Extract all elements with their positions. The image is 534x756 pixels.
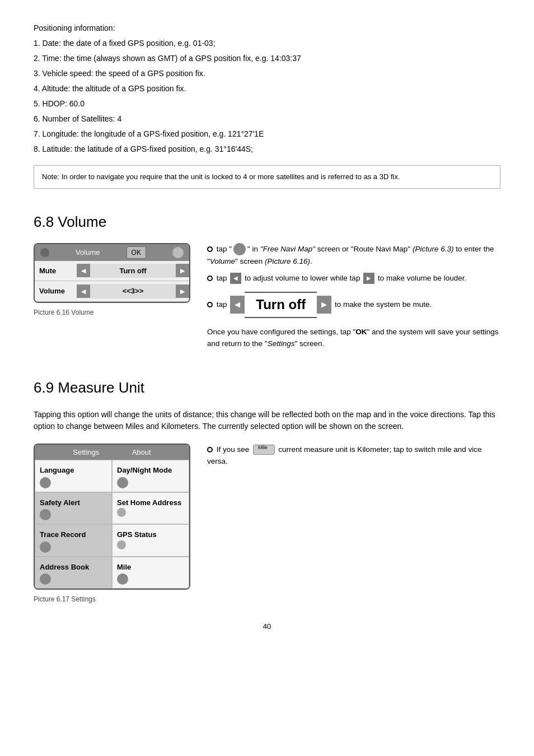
mute-arrow-left[interactable]: ◀ bbox=[77, 264, 90, 277]
pos-item-7: 7. Longitude: the longitude of a GPS-fix… bbox=[34, 128, 500, 140]
positioning-title: Positioning information: bbox=[34, 22, 500, 34]
circle-bullet-2 bbox=[207, 276, 213, 281]
volume-instructions: tap "" in "Free Navi Map" screen or "Rou… bbox=[207, 243, 500, 354]
mute-arrow-right[interactable]: ▶ bbox=[176, 264, 189, 277]
note-box: Note: In order to navigate you require t… bbox=[34, 165, 500, 189]
settings-header-title: Settings bbox=[73, 447, 99, 458]
circle-bullet-3 bbox=[207, 302, 213, 307]
page-number: 40 bbox=[34, 621, 500, 632]
safety-label: Safety Alert bbox=[40, 497, 107, 508]
volume-device-screen: Volume OK Mute ◀ Turn off ▶ Volume ◀ <<3… bbox=[34, 243, 190, 303]
vol-up-arrow: ▶ bbox=[363, 273, 374, 284]
settings-cell-home[interactable]: Set Home Address bbox=[112, 492, 189, 525]
circle-bullet-1 bbox=[207, 246, 213, 252]
measure-content: Settings About Language Day/Night Mode S… bbox=[34, 444, 500, 605]
daynight-icon bbox=[117, 477, 128, 488]
trace-icon bbox=[40, 542, 51, 553]
settings-grid: Language Day/Night Mode Safety Alert Set… bbox=[35, 460, 189, 589]
pos-item-3: 3. Vehicle speed: the speed of a GPS pos… bbox=[34, 68, 500, 80]
settings-header-about[interactable]: About bbox=[132, 447, 151, 458]
settings-cell-daynight[interactable]: Day/Night Mode bbox=[112, 460, 189, 492]
pos-item-2: 2. Time: the time (always shown as GMT) … bbox=[34, 53, 500, 64]
settings-cell-language[interactable]: Language bbox=[35, 460, 112, 492]
pos-item-4: 4. Altitude: the altitude of a GPS posit… bbox=[34, 83, 500, 95]
volume-instr-1: tap "" in "Free Navi Map" screen or "Rou… bbox=[207, 243, 500, 268]
gps-label: GPS Status bbox=[117, 529, 184, 540]
safety-icon bbox=[40, 509, 51, 520]
daynight-label: Day/Night Mode bbox=[117, 465, 184, 476]
home-icon bbox=[117, 508, 126, 517]
volume-heading: 6.8 Volume bbox=[34, 211, 500, 233]
settings-cell-gps[interactable]: GPS Status bbox=[112, 524, 189, 557]
mile-icon bbox=[117, 573, 128, 585]
settings-cell-mile[interactable]: Mile bbox=[112, 557, 189, 589]
volume-picture-caption: Picture 6.16 Volume bbox=[34, 307, 190, 318]
address-icon bbox=[40, 573, 51, 585]
volume-label: Volume bbox=[35, 286, 77, 297]
pos-item-8: 8. Latitude: the latitude of a GPS-fixed… bbox=[34, 143, 500, 155]
note-text: Note: In order to navigate you require t… bbox=[42, 172, 400, 181]
settings-picture-caption: Picture 6.17 Settings bbox=[34, 594, 190, 604]
measure-instr-1: If you see Mile current measure unit is … bbox=[207, 444, 500, 468]
volume-ok-button[interactable]: OK bbox=[127, 246, 146, 259]
positioning-section: Positioning information: 1. Date: the da… bbox=[34, 22, 500, 189]
turnoff-left-arrow: ◀ bbox=[230, 296, 245, 314]
volume-header-title: Volume bbox=[76, 247, 100, 258]
measure-left: Settings About Language Day/Night Mode S… bbox=[34, 444, 190, 605]
language-icon bbox=[40, 477, 51, 488]
measure-mile-badge: Mile bbox=[253, 445, 275, 455]
volume-arrow-right[interactable]: ▶ bbox=[176, 284, 189, 298]
volume-instr-3: tap ◀ Turn off ▶ to make the system be m… bbox=[207, 288, 500, 321]
settings-cell-safety[interactable]: Safety Alert bbox=[35, 492, 112, 525]
volume-header-right-icon bbox=[172, 247, 184, 258]
pos-item-6: 6. Number of Satellites: 4 bbox=[34, 113, 500, 125]
mile-label: Mile bbox=[117, 562, 184, 573]
mute-value: Turn off bbox=[90, 264, 176, 278]
volume-device-header: Volume OK bbox=[35, 244, 189, 261]
volume-mute-row: Mute ◀ Turn off ▶ bbox=[35, 261, 189, 282]
pos-item-1: 1. Date: the date of a fixed GPS positio… bbox=[34, 38, 500, 49]
volume-instr-4: Once you have configured the settings, t… bbox=[207, 326, 500, 350]
settings-header: Settings About bbox=[35, 445, 189, 460]
settings-cell-trace[interactable]: Trace Record bbox=[35, 524, 112, 557]
measure-intro: Tapping this option will change the unit… bbox=[34, 409, 500, 432]
turn-off-bar: ◀ Turn off ▶ bbox=[230, 292, 331, 318]
turnoff-label: Turn off bbox=[245, 292, 317, 318]
volume-value: <<3>> bbox=[90, 284, 176, 298]
volume-level-row: Volume ◀ <<3>> ▶ bbox=[35, 281, 189, 302]
circle-bullet-4 bbox=[207, 447, 213, 452]
volume-header-circle bbox=[40, 248, 49, 257]
volume-instr-2: tap ◀ to adjust volume to lower while ta… bbox=[207, 272, 500, 284]
pos-item-5: 5. HDOP: 60.0 bbox=[34, 98, 500, 110]
mile-superscript: Mile bbox=[258, 444, 268, 451]
language-label: Language bbox=[40, 465, 107, 476]
home-label: Set Home Address bbox=[117, 497, 184, 508]
turnoff-right-arrow: ▶ bbox=[317, 296, 331, 314]
measure-section: 6.9 Measure Unit Tapping this option wil… bbox=[34, 377, 500, 605]
mute-label: Mute bbox=[35, 265, 77, 277]
vol-down-arrow: ◀ bbox=[230, 273, 241, 284]
settings-cell-address[interactable]: Address Book bbox=[35, 557, 112, 589]
settings-screen: Settings About Language Day/Night Mode S… bbox=[34, 444, 190, 590]
trace-label: Trace Record bbox=[40, 529, 107, 540]
volume-left: Volume OK Mute ◀ Turn off ▶ Volume ◀ <<3… bbox=[34, 243, 190, 354]
volume-content: Volume OK Mute ◀ Turn off ▶ Volume ◀ <<3… bbox=[34, 243, 500, 354]
speaker-icon bbox=[233, 243, 246, 255]
volume-section: 6.8 Volume Volume OK Mute ◀ Turn off ▶ V… bbox=[34, 211, 500, 354]
volume-arrow-left[interactable]: ◀ bbox=[77, 284, 90, 298]
measure-heading: 6.9 Measure Unit bbox=[34, 377, 500, 399]
measure-instructions: If you see Mile current measure unit is … bbox=[207, 444, 500, 605]
gps-icon bbox=[117, 540, 126, 549]
address-label: Address Book bbox=[40, 562, 107, 573]
